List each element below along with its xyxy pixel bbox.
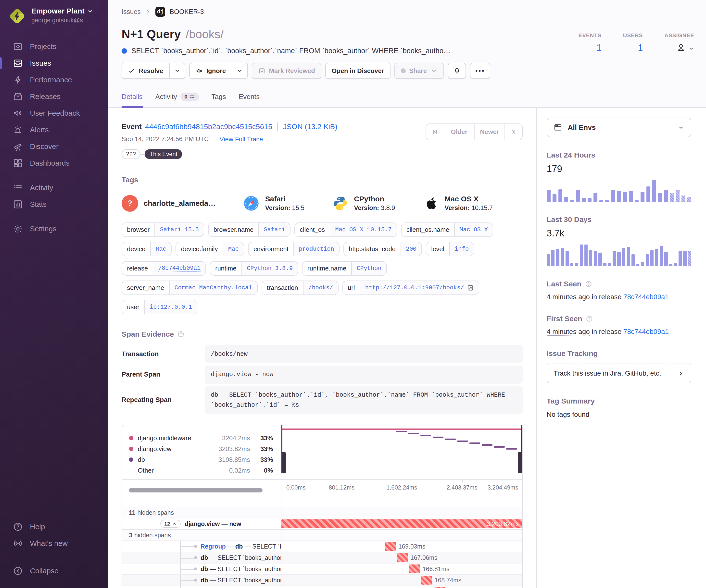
chevron-down-icon (174, 68, 181, 74)
tag-pill-runtime-name[interactable]: runtime.nameCPython (302, 261, 387, 276)
tag-pill-device-family[interactable]: device.familyMac (175, 242, 244, 256)
event-json-link[interactable]: JSON (13.2 KiB) (277, 123, 338, 131)
tree-node-dot-icon (194, 545, 197, 548)
span-row[interactable]: db — SELECT `books_author`167.29ms (122, 586, 522, 588)
span-row[interactable]: db — SELECT `books_author`168.74ms (122, 574, 522, 586)
chart-bar (650, 250, 654, 266)
hidden-spans-row-top[interactable]: 11hidden spans (122, 507, 522, 518)
check-icon (128, 67, 135, 75)
track-issue-button[interactable]: Track this issue in Jira, GitHub, etc. (547, 364, 691, 383)
tag-pill-browser[interactable]: browserSafari 15.5 (122, 222, 204, 237)
breadcrumb-issues-link[interactable]: Issues (122, 8, 141, 16)
sidebar-item-projects[interactable]: Projects (0, 38, 108, 55)
featured-tag[interactable]: Mac OS XVersion: 10.15.7 (423, 195, 493, 212)
featured-tag[interactable]: SafariVersion: 15.5 (243, 195, 304, 212)
resolve-dropdown-button[interactable] (170, 63, 185, 79)
resolve-button[interactable]: Resolve (122, 63, 170, 79)
users-count[interactable]: 1 (638, 43, 643, 53)
tag-pill-runtime[interactable]: runtimeCPython 3.8.9 (210, 261, 298, 276)
waterfall-minimap[interactable] (281, 425, 522, 479)
span-row[interactable]: db — SELECT `books_author`167.06ms (122, 552, 522, 563)
tag-key: client_os (295, 223, 330, 237)
sidebar-item-performance[interactable]: Performance (0, 72, 108, 88)
org-switcher[interactable]: Empower Plant george.gritsouk@s… (0, 7, 108, 32)
sidebar-item-settings[interactable]: Settings (0, 220, 108, 237)
question-circle-icon[interactable] (177, 331, 185, 338)
environment-select[interactable]: All Envs (547, 118, 691, 137)
minimap-span-dash (421, 435, 431, 436)
tag-pill-release[interactable]: release78c744eb09a1 (122, 261, 206, 276)
older-event-button[interactable]: Older (444, 124, 474, 140)
event-id-link[interactable]: 4446c9af6bb94815b2ac9bc4515c5615 (145, 123, 272, 131)
events-count[interactable]: 1 (596, 43, 601, 53)
hidden-spans-row-mid[interactable]: 3hidden spans (122, 529, 522, 541)
tag-key: level (426, 242, 449, 256)
tab-details[interactable]: Details (122, 93, 143, 108)
tab-activity[interactable]: Activity0 (155, 93, 199, 108)
sidebar-item-activity[interactable]: Activity (0, 179, 108, 196)
assignee-selector[interactable] (676, 43, 694, 52)
tag-pill-user[interactable]: userip:127.0.0.1 (122, 300, 197, 314)
page-header: Issues dj BOOKER-3 N+1 Query /books/ SEL… (108, 0, 706, 108)
tag-value: CPython (351, 262, 386, 275)
span-row[interactable]: db — SELECT `books_author`166.81ms (122, 563, 522, 574)
external-link-icon[interactable] (467, 285, 474, 291)
sidebar-item-dashboards[interactable]: Dashboards (0, 155, 108, 171)
featured-tag[interactable]: CPythonVersion: 3.8.9 (332, 195, 395, 212)
tab-tags[interactable]: Tags (211, 93, 226, 108)
first-seen-section: First Seen 4 minutes ago in release 78c7… (547, 314, 691, 336)
question-circle-icon[interactable] (585, 280, 592, 288)
minimap-right-handle[interactable] (521, 425, 522, 473)
ignore-split-button: Ignore (189, 63, 248, 79)
mark-reviewed-button[interactable]: Mark Reviewed (252, 63, 321, 79)
sidebar-item-discover[interactable]: Discover (0, 138, 108, 155)
question-circle-icon[interactable] (586, 315, 593, 323)
tag-pill-url[interactable]: urlhttp://127.0.0.1:9007/books/ (343, 281, 479, 295)
legend-name: django.middleware (138, 434, 218, 442)
first-seen-release-link[interactable]: 78c744eb09a1 (623, 328, 669, 335)
assignee-label: ASSIGNEE (664, 32, 694, 39)
sidebar-item-releases[interactable]: Releases (0, 88, 108, 105)
span-count-chip[interactable]: 12 (160, 520, 181, 528)
open-in-discover-button[interactable]: Open in Discover (325, 63, 391, 79)
minimap-span-dash (469, 443, 480, 444)
parent-span-row[interactable]: 12 django.view — new 3,203.82ms (122, 518, 522, 529)
view-full-trace-link[interactable]: View Full Trace (214, 135, 263, 143)
sidebar-item-alerts[interactable]: Alerts (0, 122, 108, 138)
tag-pill-http-status_code[interactable]: http.status_code200 (344, 242, 422, 256)
tag-pill-browser-name[interactable]: browser.nameSafari (208, 222, 290, 237)
sidebar-collapse[interactable]: Collapse (0, 562, 108, 579)
newer-event-button[interactable]: Newer (474, 124, 505, 140)
tag-value: /books/ (303, 281, 338, 294)
span-row[interactable]: Regroup — db — SELECT `boo169.03ms (122, 541, 522, 552)
sidebar-item-stats[interactable]: Stats (0, 196, 108, 213)
subscribe-bell-button[interactable] (448, 63, 466, 79)
tab-events[interactable]: Events (239, 93, 260, 108)
sidebar-item-user-feedback[interactable]: User Feedback (0, 105, 108, 122)
sidebar-item-help[interactable]: Help (0, 518, 108, 535)
tag-pill-device[interactable]: deviceMac (122, 242, 171, 256)
ignore-dropdown-button[interactable] (232, 63, 248, 79)
tag-pill-level[interactable]: levelinfo (426, 242, 474, 256)
evidence-label: Repeating Span (122, 396, 205, 404)
tag-pill-environment[interactable]: environmentproduction (248, 242, 340, 256)
skip-next-icon-button[interactable] (505, 124, 522, 140)
minimap-left-handle[interactable] (281, 425, 282, 473)
sidebar-item-what-s-new[interactable]: What's new (0, 535, 108, 552)
unknown-trace-pill[interactable]: ??? (122, 149, 140, 159)
more-actions-button[interactable]: ••• (470, 63, 490, 79)
resolve-split-button: Resolve (122, 63, 185, 79)
tag-pill-server_name[interactable]: server_nameCormac-MacCarthy.local (122, 281, 258, 295)
tag-pill-transaction[interactable]: transaction/books/ (262, 281, 339, 295)
featured-tag[interactable]: ?charlotte_alameda… (122, 195, 215, 212)
span-regroup-link[interactable]: Regroup (200, 543, 226, 550)
share-button[interactable]: Share (394, 63, 444, 79)
sidebar-item-issues[interactable]: Issues (0, 55, 108, 72)
horizontal-scrollbar[interactable] (129, 488, 263, 493)
oldest-event-button[interactable] (426, 124, 444, 140)
ignore-button[interactable]: Ignore (189, 63, 232, 79)
last-seen-release-link[interactable]: 78c744eb09a1 (623, 293, 669, 301)
tag-pill-client_os[interactable]: client_osMac OS X 10.15.7 (295, 222, 397, 237)
tag-pill-client_os-name[interactable]: client_os.nameMac OS X (401, 222, 493, 237)
legend-row: db3198.85ms33% (129, 454, 273, 465)
